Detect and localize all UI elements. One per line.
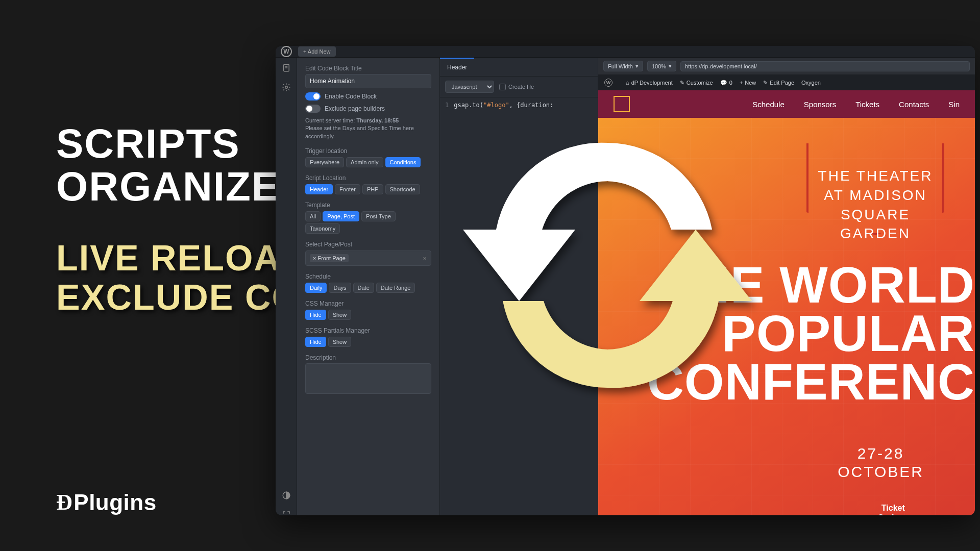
server-time-note: Current server time: Thursday, 18:55 Ple… (305, 117, 431, 140)
edit-page-link[interactable]: ✎ Edit Page (763, 80, 794, 86)
code-editor: Header Javascript Create file 1 gsap.to(… (440, 58, 598, 515)
loc-header[interactable]: Header (305, 184, 333, 194)
edit-title-label: Edit Code Block Title (305, 65, 431, 72)
trigger-everywhere[interactable]: Everywhere (305, 157, 344, 167)
icon-rail (276, 58, 297, 515)
css-hide[interactable]: Hide (305, 310, 326, 320)
description-textarea[interactable] (305, 363, 431, 394)
trigger-options: Everywhere Admin only Conditions (305, 157, 431, 167)
width-select[interactable]: Full Width▾ (603, 61, 643, 71)
customize-link[interactable]: ✎ Customize (680, 80, 713, 86)
svg-point-3 (285, 86, 287, 89)
trigger-conditions[interactable]: Conditions (385, 157, 421, 167)
select-page-label: Select Page/Post (305, 241, 431, 248)
code-line: gsap.to("#logo", {duration: (454, 102, 553, 109)
hero-heading: HE WORLD POPULAR CONFERENC (647, 261, 975, 406)
css-show[interactable]: Show (328, 310, 352, 320)
trigger-admin[interactable]: Admin only (346, 157, 383, 167)
nav-sponsors[interactable]: Sponsors (804, 100, 836, 109)
contrast-icon[interactable] (281, 490, 291, 500)
enable-code-block-toggle[interactable] (305, 92, 321, 101)
scss-hide[interactable]: Hide (305, 337, 326, 347)
add-new-button[interactable]: + Add New (298, 46, 336, 57)
preview-page: Schedule Sponsors Tickets Contacts Sin T… (598, 90, 975, 515)
preview-toolbar: Full Width▾ 100%▾ https://dp-development… (598, 58, 975, 75)
new-link[interactable]: + New (740, 80, 756, 86)
ticket-options[interactable]: Ticket Options (878, 503, 909, 515)
subtitle-line-1: Live Reload (56, 238, 308, 278)
language-select[interactable]: Javascript (445, 81, 494, 93)
sched-days[interactable]: Days (329, 283, 351, 293)
nav-contacts[interactable]: Contacts (899, 100, 929, 109)
zoom-select[interactable]: 100%▾ (647, 61, 676, 71)
app-topbar: W + Add New (276, 46, 975, 58)
wordpress-icon[interactable]: W (281, 46, 292, 57)
fullscreen-icon[interactable] (281, 510, 291, 515)
css-options: Hide Show (305, 310, 431, 320)
css-label: CSS Manager (305, 300, 431, 307)
nav-more[interactable]: Sin (948, 100, 960, 109)
editor-toolbar: Javascript Create file (440, 77, 598, 97)
script-loc-label: Script Location (305, 174, 431, 182)
schedule-options: Daily Days Date Date Range (305, 283, 431, 293)
schedule-label: Schedule (305, 273, 431, 280)
loc-php[interactable]: PHP (362, 184, 383, 194)
schedule-section: Schedule Daily Days Date Date Range (305, 273, 431, 293)
code-area[interactable]: 1 gsap.to("#logo", {duration: (440, 97, 598, 113)
selected-page-tag[interactable]: × Front Page (310, 254, 349, 262)
tpl-page-post[interactable]: Page, Post (323, 211, 359, 221)
line-number: 1 (445, 102, 449, 109)
hero-date: 27-28 OCTOBER (838, 444, 924, 481)
brand-logo: ÐPlugins (56, 489, 157, 515)
site-logo[interactable] (614, 96, 630, 112)
scss-options: Hide Show (305, 337, 431, 347)
app-window: W + Add New Edit Code Block Title Enable… (276, 46, 975, 515)
script-location-section: Script Location Header Footer PHP Shortc… (305, 174, 431, 194)
settings-sidebar: Edit Code Block Title Enable Code Block … (297, 58, 440, 515)
wp-icon[interactable]: W (604, 79, 619, 87)
gear-icon[interactable] (281, 82, 291, 92)
nav-menu: Schedule Sponsors Tickets Contacts Sin (752, 100, 960, 109)
css-manager-section: CSS Manager Hide Show (305, 300, 431, 320)
trigger-label: Trigger location (305, 147, 431, 155)
brand-mark: Ð (56, 489, 72, 515)
site-name[interactable]: ⌂ dP Development (626, 80, 673, 86)
enable-label: Enable Code Block (325, 93, 377, 100)
comments-link[interactable]: 💬 0 (720, 80, 732, 86)
tab-header[interactable]: Header (440, 58, 474, 76)
sched-date[interactable]: Date (353, 283, 374, 293)
sched-daily[interactable]: Daily (305, 283, 327, 293)
exclude-builders-toggle[interactable] (305, 105, 321, 113)
site-nav: Schedule Sponsors Tickets Contacts Sin (598, 90, 975, 118)
scss-show[interactable]: Show (328, 337, 352, 347)
select-page-input[interactable]: × Front Page × (305, 251, 431, 266)
trigger-section: Trigger location Everywhere Admin only C… (305, 147, 431, 167)
oxygen-link[interactable]: Oxygen (801, 80, 821, 86)
tpl-all[interactable]: All (305, 211, 321, 221)
tpl-post-type[interactable]: Post Type (361, 211, 396, 221)
nav-tickets[interactable]: Tickets (855, 100, 879, 109)
app-body: Edit Code Block Title Enable Code Block … (276, 58, 975, 515)
loc-shortcode[interactable]: Shortcode (385, 184, 420, 194)
create-file-checkbox[interactable]: Create file (499, 84, 534, 90)
code-block-title-input[interactable] (305, 74, 431, 88)
script-loc-options: Header Footer PHP Shortcode (305, 184, 431, 194)
hero-section: THE THEATER AT MADISON SQUARE GARDEN HE … (598, 118, 975, 515)
template-label: Template (305, 202, 431, 209)
nav-schedule[interactable]: Schedule (752, 100, 785, 109)
loc-footer[interactable]: Footer (335, 184, 360, 194)
exclude-label: Exclude page builders (325, 105, 385, 112)
tpl-taxonomy[interactable]: Taxonomy (305, 223, 340, 234)
clear-icon[interactable]: × (423, 255, 427, 262)
template-options: All Page, Post Post Type Taxonomy (305, 211, 431, 234)
sched-range[interactable]: Date Range (376, 283, 415, 293)
preview-pane: Full Width▾ 100%▾ https://dp-development… (598, 58, 975, 515)
document-icon[interactable] (281, 63, 291, 73)
url-bar[interactable]: https://dp-development.local/ (680, 61, 970, 71)
brand-text: Plugins (74, 490, 156, 515)
create-file-label: Create file (508, 84, 534, 90)
hero-overline: THE THEATER AT MADISON SQUARE GARDEN (806, 166, 944, 243)
chevron-down-icon: ▾ (635, 63, 639, 69)
scss-label: SCSS Partials Manager (305, 327, 431, 334)
chevron-down-icon: ▾ (669, 63, 672, 69)
